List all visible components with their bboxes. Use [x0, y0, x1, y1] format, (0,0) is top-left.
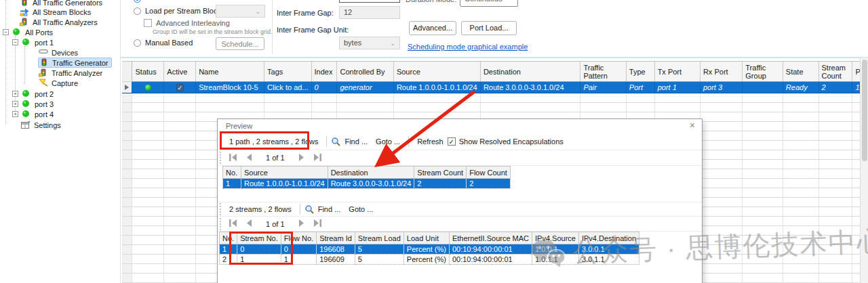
grid-cell[interactable] — [700, 217, 742, 226]
grid-cell[interactable]: Route 1.0.0.0-1.0.1.0/24 — [393, 82, 480, 93]
grid-cell[interactable] — [700, 274, 742, 283]
schedule-button[interactable]: Schedule... — [216, 37, 264, 50]
manual-based-radio[interactable] — [134, 39, 141, 47]
grid-cell[interactable] — [132, 103, 164, 112]
grid-column-header[interactable]: Index — [311, 62, 337, 82]
grid-cell[interactable] — [164, 274, 196, 283]
paths-table-column-header[interactable]: Source — [241, 167, 328, 179]
grid-cell[interactable] — [196, 93, 264, 103]
paths-table-cell[interactable]: 2 — [467, 179, 511, 189]
grid-cell[interactable] — [783, 207, 818, 217]
tree-item-settings[interactable]: Settings — [20, 120, 64, 130]
grid-cell[interactable] — [311, 103, 337, 112]
grid-cell[interactable] — [337, 103, 393, 112]
grid-cell[interactable] — [164, 207, 196, 217]
grid-cell[interactable] — [700, 169, 742, 179]
scrollbar-thumb[interactable] — [862, 60, 867, 161]
grid-cell[interactable] — [818, 93, 852, 103]
grid-row-selector[interactable] — [122, 236, 132, 245]
grid-cell[interactable] — [164, 150, 196, 160]
first-page-icon[interactable] — [229, 154, 238, 162]
streams-table-column-header[interactable]: Load Unit — [403, 232, 449, 244]
tree-expander-icon[interactable]: + — [12, 101, 18, 107]
streams-table-cell[interactable]: 196608 — [317, 244, 355, 255]
streams-table-cell[interactable]: 00:10:94:00:00:01 — [449, 255, 532, 265]
tree-expander-icon[interactable]: + — [12, 91, 18, 97]
grid-row-selector[interactable] — [122, 264, 132, 274]
grid-cell[interactable] — [818, 207, 852, 217]
grid-cell[interactable] — [700, 93, 742, 103]
tree-item-capture[interactable]: Capture — [38, 78, 81, 88]
paths-table-column-header[interactable]: Stream Count — [414, 167, 467, 179]
active-checkbox[interactable]: ✓ — [176, 84, 184, 91]
grid-cell[interactable]: generator — [337, 82, 393, 93]
grid-corner-cell[interactable] — [122, 62, 132, 82]
grid-cell[interactable] — [743, 160, 783, 169]
grid-cell[interactable]: Pair — [580, 82, 626, 93]
grid-row-selector[interactable] — [122, 245, 132, 255]
next-page-icon[interactable] — [298, 219, 304, 228]
grid-cell[interactable] — [164, 160, 196, 169]
grid-cell[interactable] — [783, 122, 818, 131]
grid-cell[interactable] — [743, 179, 783, 188]
last-page-icon[interactable] — [313, 219, 321, 228]
grid-column-header[interactable]: Traffic Group — [743, 62, 783, 82]
grid-cell[interactable] — [743, 274, 783, 283]
advanced-interleaving-checkbox[interactable] — [144, 19, 152, 27]
grid-cell[interactable] — [132, 160, 164, 169]
toolbar-drag-handle[interactable] — [220, 203, 222, 215]
grid-cell[interactable] — [311, 93, 337, 103]
grid-cell[interactable] — [783, 188, 818, 198]
grid-cell[interactable] — [700, 188, 742, 198]
grid-cell[interactable] — [393, 93, 480, 103]
grid-cell[interactable] — [818, 160, 852, 169]
grid-cell[interactable] — [700, 103, 742, 112]
grid-cell[interactable] — [783, 198, 818, 207]
streams-table-cell[interactable]: Percent (%) — [403, 255, 449, 265]
grid-cell[interactable] — [783, 179, 818, 188]
toolbar-drag-handle[interactable] — [220, 218, 222, 230]
grid-cell[interactable] — [164, 245, 196, 255]
find-button[interactable]: Find ... — [314, 205, 345, 213]
grid-cell[interactable] — [132, 188, 164, 198]
grid-cell[interactable] — [132, 217, 164, 226]
paths-table-cell[interactable]: Route 3.0.0.0-3.0.1.0/24 — [328, 179, 414, 189]
grid-cell[interactable] — [654, 93, 700, 103]
previous-page-icon[interactable] — [246, 219, 252, 228]
grid-cell[interactable] — [818, 141, 852, 150]
streams-table-cell[interactable]: 5 — [355, 255, 403, 265]
streams-table-cell[interactable]: 196609 — [317, 255, 355, 265]
grid-cell[interactable] — [164, 217, 196, 226]
grid-cell[interactable] — [164, 226, 196, 236]
grid-data-row[interactable]: ✓StreamBlock 10-5Click to ad...0generato… — [122, 82, 868, 93]
grid-cell[interactable] — [743, 264, 783, 274]
grid-row-selector[interactable] — [122, 160, 132, 169]
burst-size-field-partial[interactable] — [339, 0, 400, 3]
tree-item-all-ports[interactable]: −All Ports — [3, 27, 56, 37]
grid-column-header[interactable]: Name — [196, 62, 264, 82]
last-page-icon[interactable] — [313, 154, 321, 162]
grid-cell[interactable] — [743, 103, 783, 112]
grid-row-selector[interactable] — [122, 255, 132, 264]
grid-cell[interactable] — [580, 93, 626, 103]
grid-cell[interactable] — [818, 150, 852, 160]
grid-cell[interactable] — [783, 160, 818, 169]
streams-table-column-header[interactable]: Stream Load — [355, 232, 403, 244]
grid-cell[interactable] — [818, 179, 852, 188]
port-load-button[interactable]: Port Load... — [461, 21, 517, 35]
tree-item-traffic-generator[interactable]: Traffic Generator — [38, 58, 112, 68]
grid-cell[interactable] — [783, 141, 818, 150]
grid-cell[interactable] — [164, 169, 196, 179]
grid-cell[interactable] — [626, 93, 654, 103]
grid-cell[interactable] — [743, 82, 783, 93]
grid-cell[interactable] — [132, 93, 164, 103]
grid-cell[interactable] — [164, 188, 196, 198]
streams-table-cell[interactable]: Percent (%) — [403, 244, 449, 255]
grid-column-header[interactable]: Active — [164, 62, 196, 82]
grid-column-header[interactable]: Source — [393, 62, 480, 82]
grid-cell[interactable] — [743, 93, 783, 103]
grid-cell[interactable] — [132, 122, 164, 131]
grid-cell[interactable]: 0 — [311, 82, 337, 93]
grid-cell[interactable] — [743, 131, 783, 141]
find-button[interactable]: Find ... — [340, 137, 372, 146]
